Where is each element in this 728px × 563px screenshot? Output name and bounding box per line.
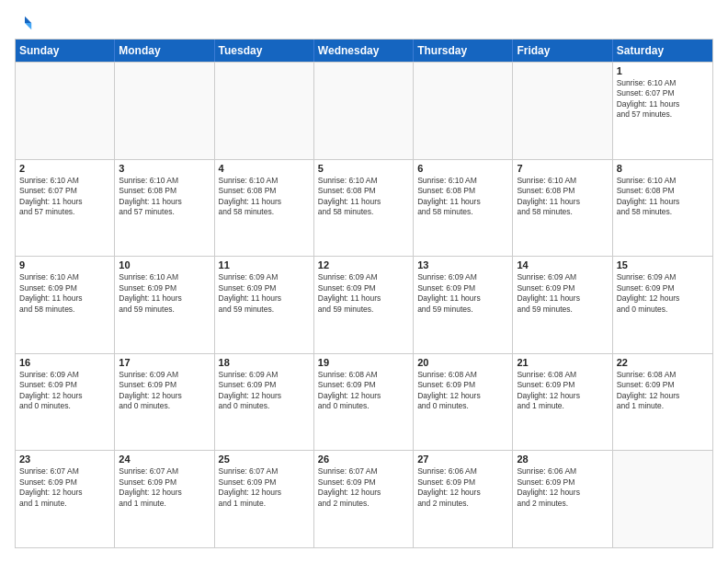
calendar-cell-1-6 — [513, 63, 612, 159]
day-number: 2 — [19, 163, 110, 174]
day-info: Sunrise: 6:09 AM Sunset: 6:09 PM Dayligh… — [318, 272, 409, 315]
day-number: 21 — [517, 357, 608, 368]
calendar-week-4: 16Sunrise: 6:09 AM Sunset: 6:09 PM Dayli… — [16, 353, 712, 451]
day-info: Sunrise: 6:10 AM Sunset: 6:07 PM Dayligh… — [19, 176, 110, 218]
day-number: 1 — [617, 65, 709, 76]
calendar-cell-1-2 — [115, 63, 214, 159]
day-number: 22 — [617, 357, 709, 368]
calendar-cell-4-3: 18Sunrise: 6:09 AM Sunset: 6:09 PM Dayli… — [215, 354, 314, 451]
calendar-cell-1-3 — [215, 63, 314, 159]
day-info: Sunrise: 6:06 AM Sunset: 6:09 PM Dayligh… — [517, 466, 608, 509]
day-info: Sunrise: 6:09 AM Sunset: 6:09 PM Dayligh… — [119, 370, 210, 412]
calendar-cell-1-7: 1Sunrise: 6:10 AM Sunset: 6:07 PM Daylig… — [613, 63, 712, 159]
calendar-week-1: 1Sunrise: 6:10 AM Sunset: 6:07 PM Daylig… — [16, 62, 712, 159]
day-number: 16 — [19, 357, 110, 368]
day-info: Sunrise: 6:10 AM Sunset: 6:08 PM Dayligh… — [219, 176, 310, 218]
calendar-cell-1-1 — [16, 63, 115, 159]
calendar-cell-5-3: 25Sunrise: 6:07 AM Sunset: 6:09 PM Dayli… — [215, 451, 314, 547]
day-info: Sunrise: 6:07 AM Sunset: 6:09 PM Dayligh… — [318, 466, 409, 509]
day-number: 10 — [119, 259, 210, 270]
calendar-cell-2-6: 7Sunrise: 6:10 AM Sunset: 6:08 PM Daylig… — [513, 160, 612, 257]
calendar-week-5: 23Sunrise: 6:07 AM Sunset: 6:09 PM Dayli… — [16, 450, 712, 547]
day-number: 19 — [318, 357, 409, 368]
day-number: 14 — [517, 259, 608, 270]
calendar-header-tuesday: Tuesday — [215, 40, 314, 62]
day-number: 6 — [417, 163, 508, 174]
day-info: Sunrise: 6:07 AM Sunset: 6:09 PM Dayligh… — [119, 466, 210, 509]
calendar-header-saturday: Saturday — [613, 40, 712, 62]
day-number: 25 — [219, 454, 310, 465]
day-info: Sunrise: 6:10 AM Sunset: 6:07 PM Dayligh… — [617, 78, 709, 121]
calendar-cell-5-6: 28Sunrise: 6:06 AM Sunset: 6:09 PM Dayli… — [513, 451, 612, 547]
day-info: Sunrise: 6:06 AM Sunset: 6:09 PM Dayligh… — [417, 466, 508, 509]
calendar-cell-3-4: 12Sunrise: 6:09 AM Sunset: 6:09 PM Dayli… — [314, 257, 414, 353]
day-number: 20 — [417, 357, 508, 368]
day-info: Sunrise: 6:10 AM Sunset: 6:08 PM Dayligh… — [417, 176, 508, 218]
day-info: Sunrise: 6:10 AM Sunset: 6:08 PM Dayligh… — [318, 176, 409, 218]
calendar-cell-2-5: 6Sunrise: 6:10 AM Sunset: 6:08 PM Daylig… — [414, 160, 513, 257]
day-info: Sunrise: 6:08 AM Sunset: 6:09 PM Dayligh… — [517, 370, 608, 412]
calendar-header-row: SundayMondayTuesdayWednesdayThursdayFrid… — [16, 40, 712, 62]
calendar-cell-3-6: 14Sunrise: 6:09 AM Sunset: 6:09 PM Dayli… — [513, 257, 612, 353]
day-info: Sunrise: 6:09 AM Sunset: 6:09 PM Dayligh… — [617, 272, 709, 315]
calendar-header-thursday: Thursday — [414, 40, 513, 62]
day-number: 3 — [119, 163, 210, 174]
day-info: Sunrise: 6:08 AM Sunset: 6:09 PM Dayligh… — [318, 370, 409, 412]
calendar-cell-1-5 — [414, 63, 513, 159]
calendar-body: 1Sunrise: 6:10 AM Sunset: 6:07 PM Daylig… — [16, 62, 712, 547]
calendar-cell-4-5: 20Sunrise: 6:08 AM Sunset: 6:09 PM Dayli… — [414, 354, 513, 451]
day-number: 24 — [119, 454, 210, 465]
day-info: Sunrise: 6:10 AM Sunset: 6:08 PM Dayligh… — [119, 176, 210, 218]
day-info: Sunrise: 6:10 AM Sunset: 6:09 PM Dayligh… — [19, 272, 110, 315]
day-info: Sunrise: 6:08 AM Sunset: 6:09 PM Dayligh… — [617, 370, 709, 412]
day-number: 15 — [617, 259, 709, 270]
day-info: Sunrise: 6:09 AM Sunset: 6:09 PM Dayligh… — [219, 370, 310, 412]
calendar-header-sunday: Sunday — [16, 40, 115, 62]
day-info: Sunrise: 6:09 AM Sunset: 6:09 PM Dayligh… — [517, 272, 608, 315]
calendar-cell-4-2: 17Sunrise: 6:09 AM Sunset: 6:09 PM Dayli… — [115, 354, 214, 451]
calendar-cell-4-4: 19Sunrise: 6:08 AM Sunset: 6:09 PM Dayli… — [314, 354, 414, 451]
calendar-cell-4-1: 16Sunrise: 6:09 AM Sunset: 6:09 PM Dayli… — [16, 354, 115, 451]
calendar-cell-3-5: 13Sunrise: 6:09 AM Sunset: 6:09 PM Dayli… — [414, 257, 513, 353]
day-info: Sunrise: 6:07 AM Sunset: 6:09 PM Dayligh… — [19, 466, 110, 509]
day-number: 4 — [219, 163, 310, 174]
day-info: Sunrise: 6:08 AM Sunset: 6:09 PM Dayligh… — [417, 370, 508, 412]
calendar-cell-2-4: 5Sunrise: 6:10 AM Sunset: 6:08 PM Daylig… — [314, 160, 414, 257]
day-number: 18 — [219, 357, 310, 368]
calendar-week-2: 2Sunrise: 6:10 AM Sunset: 6:07 PM Daylig… — [16, 159, 712, 257]
calendar-cell-4-7: 22Sunrise: 6:08 AM Sunset: 6:09 PM Dayli… — [613, 354, 712, 451]
calendar-cell-2-7: 8Sunrise: 6:10 AM Sunset: 6:08 PM Daylig… — [613, 160, 712, 257]
day-number: 11 — [219, 259, 310, 270]
day-info: Sunrise: 6:09 AM Sunset: 6:09 PM Dayligh… — [219, 272, 310, 315]
day-number: 13 — [417, 259, 508, 270]
calendar-header-monday: Monday — [115, 40, 214, 62]
logo-flag-icon — [17, 15, 33, 31]
day-number: 8 — [617, 163, 709, 174]
svg-marker-1 — [25, 23, 31, 29]
day-info: Sunrise: 6:10 AM Sunset: 6:08 PM Dayligh… — [517, 176, 608, 218]
day-number: 28 — [517, 454, 608, 465]
day-info: Sunrise: 6:07 AM Sunset: 6:09 PM Dayligh… — [219, 466, 310, 509]
calendar-cell-3-2: 10Sunrise: 6:10 AM Sunset: 6:09 PM Dayli… — [115, 257, 214, 353]
calendar-cell-3-1: 9Sunrise: 6:10 AM Sunset: 6:09 PM Daylig… — [16, 257, 115, 353]
day-number: 9 — [19, 259, 110, 270]
calendar-cell-5-7 — [613, 451, 712, 547]
calendar-cell-3-7: 15Sunrise: 6:09 AM Sunset: 6:09 PM Dayli… — [613, 257, 712, 353]
day-info: Sunrise: 6:10 AM Sunset: 6:09 PM Dayligh… — [119, 272, 210, 315]
calendar-cell-1-4 — [314, 63, 414, 159]
calendar-cell-4-6: 21Sunrise: 6:08 AM Sunset: 6:09 PM Dayli… — [513, 354, 612, 451]
calendar: SundayMondayTuesdayWednesdayThursdayFrid… — [15, 39, 713, 548]
logo — [15, 15, 33, 31]
page: SundayMondayTuesdayWednesdayThursdayFrid… — [0, 0, 728, 563]
day-info: Sunrise: 6:09 AM Sunset: 6:09 PM Dayligh… — [19, 370, 110, 412]
day-number: 27 — [417, 454, 508, 465]
calendar-header-friday: Friday — [513, 40, 612, 62]
calendar-week-3: 9Sunrise: 6:10 AM Sunset: 6:09 PM Daylig… — [16, 256, 712, 353]
day-number: 7 — [517, 163, 608, 174]
calendar-cell-2-3: 4Sunrise: 6:10 AM Sunset: 6:08 PM Daylig… — [215, 160, 314, 257]
calendar-cell-2-2: 3Sunrise: 6:10 AM Sunset: 6:08 PM Daylig… — [115, 160, 214, 257]
day-number: 12 — [318, 259, 409, 270]
calendar-cell-5-4: 26Sunrise: 6:07 AM Sunset: 6:09 PM Dayli… — [314, 451, 414, 547]
day-number: 26 — [318, 454, 409, 465]
header — [15, 15, 713, 31]
